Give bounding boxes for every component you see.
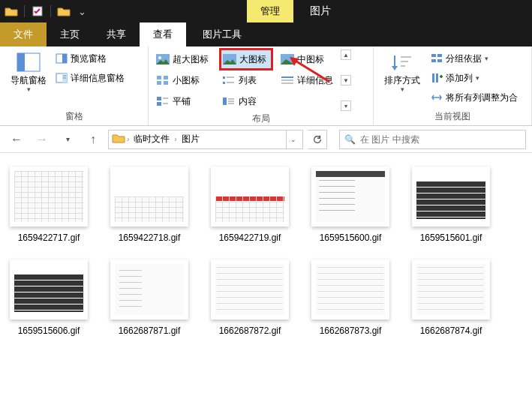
file-item[interactable]: 1659422717.gif bbox=[8, 166, 90, 243]
file-name-label: 1659422718.gif bbox=[119, 232, 181, 243]
search-input[interactable] bbox=[360, 134, 521, 145]
details-icon bbox=[281, 75, 294, 86]
file-item[interactable]: 1662687874.gif bbox=[410, 260, 492, 336]
ribbon: 导航窗格 ▾ 预览窗格 详细信息窗格 窗格 超大图标 bbox=[0, 46, 532, 126]
folder-icon[interactable] bbox=[57, 4, 71, 18]
layout-small[interactable]: 小图标 bbox=[155, 70, 213, 90]
svg-rect-28 bbox=[223, 98, 227, 105]
tab-view[interactable]: 查看 bbox=[140, 22, 186, 46]
svg-rect-24 bbox=[157, 97, 161, 100]
file-thumbnail bbox=[211, 260, 289, 320]
file-item[interactable]: 1659515600.gif bbox=[309, 166, 392, 243]
svg-rect-18 bbox=[223, 82, 225, 84]
layout-large[interactable]: 大图标 bbox=[221, 50, 272, 69]
group-layout: 超大图标 大图标 中图标 小图标 列表 bbox=[149, 46, 374, 125]
layout-extra-large[interactable]: 超大图标 bbox=[155, 50, 213, 69]
large-icon bbox=[223, 54, 236, 64]
svg-rect-16 bbox=[164, 81, 168, 85]
file-item[interactable]: 1662687872.gif bbox=[209, 260, 291, 336]
ribbon-tabs: 文件 主页 共享 查看 图片工具 bbox=[0, 22, 532, 46]
search-icon: 🔍 bbox=[344, 134, 356, 145]
qat-dropdown-icon[interactable]: ⌄ bbox=[75, 4, 89, 18]
layout-gallery-scroll: ▲ ▼ ▾ bbox=[341, 50, 353, 111]
group-by-label: 分组依据 bbox=[446, 52, 482, 65]
group-by-icon bbox=[431, 52, 443, 64]
folder-icon[interactable] bbox=[5, 4, 18, 18]
file-name-label: 1659422717.gif bbox=[18, 232, 80, 243]
breadcrumb-segment[interactable]: 临时文件 bbox=[131, 133, 173, 146]
breadcrumb[interactable]: › 临时文件 › 图片 ⌄ bbox=[108, 130, 303, 149]
tab-file[interactable]: 文件 bbox=[0, 22, 47, 46]
svg-rect-13 bbox=[157, 76, 161, 80]
scroll-up-icon[interactable]: ▲ bbox=[341, 50, 351, 60]
extra-large-icon bbox=[156, 54, 170, 64]
file-thumbnail bbox=[110, 166, 188, 226]
file-item[interactable]: 1659515601.gif bbox=[410, 166, 492, 243]
size-columns-icon bbox=[431, 92, 443, 104]
chevron-down-icon: ▾ bbox=[476, 74, 479, 82]
svg-rect-17 bbox=[223, 76, 225, 79]
breadcrumb-segment[interactable]: 图片 bbox=[179, 133, 203, 146]
contextual-tab-manage[interactable]: 管理 bbox=[247, 0, 293, 22]
nav-up-button[interactable]: ↑ bbox=[83, 129, 104, 150]
address-bar: ← → ▾ ↑ › 临时文件 › 图片 ⌄ 🔍 bbox=[0, 126, 532, 153]
nav-forward-button[interactable]: → bbox=[32, 129, 53, 150]
file-item[interactable]: 1659422719.gif bbox=[209, 166, 291, 243]
search-box[interactable]: 🔍 bbox=[339, 130, 526, 149]
layout-list[interactable]: 列表 bbox=[221, 70, 272, 90]
size-columns-button[interactable]: 将所有列调整为合 bbox=[429, 88, 519, 106]
scroll-down-icon[interactable]: ▼ bbox=[341, 75, 351, 86]
small-icon bbox=[156, 75, 170, 86]
content-icon bbox=[222, 96, 236, 106]
svg-marker-35 bbox=[392, 66, 398, 70]
layout-label: 超大图标 bbox=[173, 53, 209, 66]
file-item[interactable]: 1662687873.gif bbox=[309, 260, 392, 336]
nav-recent-dropdown[interactable]: ▾ bbox=[57, 129, 78, 150]
file-thumbnail bbox=[311, 260, 389, 320]
chevron-down-icon: ▾ bbox=[401, 86, 404, 94]
preview-pane-button[interactable]: 预览窗格 bbox=[54, 50, 126, 68]
file-item[interactable]: 1659422718.gif bbox=[108, 166, 191, 243]
nav-back-button[interactable]: ← bbox=[6, 129, 27, 150]
file-name-label: 1662687871.gif bbox=[119, 326, 181, 336]
tab-picture-tools[interactable]: 图片工具 bbox=[189, 22, 255, 46]
group-current-view-label: 当前视图 bbox=[380, 109, 525, 125]
file-name-label: 1659515600.gif bbox=[320, 232, 382, 243]
file-thumbnail bbox=[110, 260, 188, 320]
layout-label: 详细信息 bbox=[297, 74, 333, 87]
chevron-right-icon[interactable]: › bbox=[127, 135, 129, 143]
layout-content[interactable]: 内容 bbox=[221, 92, 272, 111]
layout-details[interactable]: 详细信息 bbox=[279, 70, 338, 90]
size-columns-label: 将所有列调整为合 bbox=[446, 92, 518, 104]
layout-label: 列表 bbox=[239, 74, 257, 87]
quick-access-toolbar: ⌄ bbox=[0, 0, 93, 22]
layout-tiles[interactable]: 平铺 bbox=[155, 92, 213, 111]
add-columns-button[interactable]: 添加列 ▾ bbox=[429, 69, 519, 87]
refresh-icon bbox=[312, 134, 323, 145]
file-item[interactable]: 1659515606.gif bbox=[8, 260, 90, 336]
file-item[interactable]: 1662687871.gif bbox=[108, 260, 191, 336]
breadcrumb-history-dropdown[interactable]: ⌄ bbox=[286, 130, 299, 148]
tab-share[interactable]: 共享 bbox=[93, 22, 140, 46]
file-name-label: 1662687874.gif bbox=[420, 326, 482, 336]
group-panes-label: 窗格 bbox=[6, 109, 142, 125]
chevron-right-icon[interactable]: › bbox=[174, 135, 176, 143]
details-pane-button[interactable]: 详细信息窗格 bbox=[54, 69, 126, 87]
layout-medium[interactable]: 中图标 bbox=[279, 50, 338, 69]
svg-rect-4 bbox=[62, 54, 67, 63]
svg-rect-43 bbox=[432, 74, 434, 82]
add-columns-label: 添加列 bbox=[446, 72, 473, 85]
tab-home[interactable]: 主页 bbox=[47, 22, 93, 46]
preview-pane-label: 预览窗格 bbox=[71, 52, 107, 65]
properties-icon[interactable] bbox=[31, 4, 44, 18]
chevron-down-icon: ▾ bbox=[485, 55, 488, 62]
scroll-expand-icon[interactable]: ▾ bbox=[341, 100, 351, 111]
add-columns-icon bbox=[431, 72, 443, 84]
sort-by-label: 排序方式 bbox=[384, 75, 420, 86]
sort-by-button[interactable]: 排序方式 ▾ bbox=[380, 50, 425, 109]
svg-rect-39 bbox=[431, 54, 436, 57]
nav-pane-button[interactable]: 导航窗格 ▾ bbox=[6, 50, 51, 109]
refresh-button[interactable] bbox=[308, 130, 327, 149]
medium-icon bbox=[281, 54, 294, 64]
group-by-button[interactable]: 分组依据 ▾ bbox=[429, 50, 519, 68]
